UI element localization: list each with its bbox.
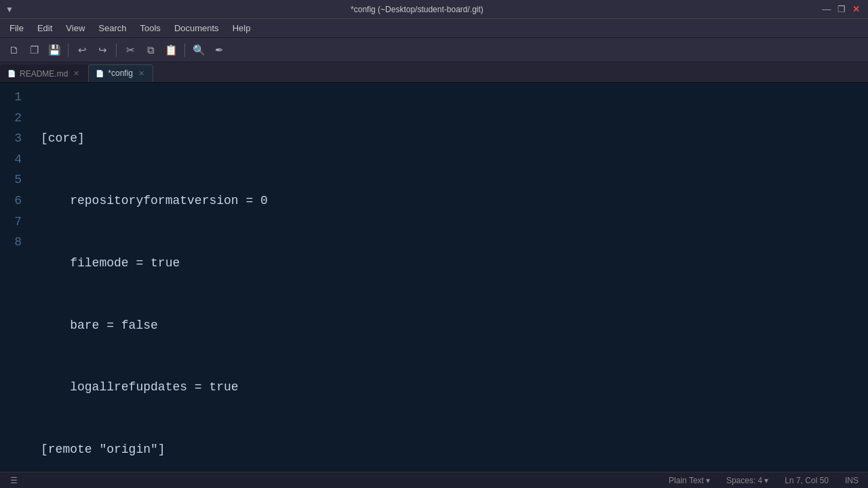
minimize-button[interactable]: — bbox=[821, 3, 833, 16]
menu-item-help[interactable]: Help bbox=[226, 20, 258, 36]
spaces-button[interactable]: Spaces: 4 ▾ bbox=[724, 475, 771, 486]
line-num-3: 3 bbox=[0, 128, 28, 149]
readme-tab-label: README.md bbox=[20, 69, 68, 79]
new-file-button[interactable]: 🗋 bbox=[4, 41, 23, 60]
menu-item-search[interactable]: Search bbox=[92, 20, 133, 36]
title-bar-left: ▼ bbox=[5, 5, 14, 14]
new-window-button[interactable]: ❐ bbox=[24, 41, 43, 60]
paste-button[interactable]: 📋 bbox=[161, 41, 180, 60]
code-line-3: filemode = true bbox=[41, 253, 868, 274]
line-num-7: 7 bbox=[0, 211, 28, 232]
code-line-5: logallrefupdates = true bbox=[41, 377, 868, 398]
menu-item-tools[interactable]: Tools bbox=[134, 20, 167, 36]
plain-text-label: Plain Text bbox=[669, 476, 704, 485]
panel-toggle-icon[interactable]: ☰ bbox=[7, 475, 20, 486]
toolbar: 🗋 ❐ 💾 ↩ ↪ ✂ ⧉ 📋 🔍 ✒ bbox=[0, 38, 868, 62]
readme-tab-close[interactable]: ✕ bbox=[72, 68, 81, 79]
status-bar: ☰ Plain Text ▾ Spaces: 4 ▾ Ln 7, Col 50 … bbox=[0, 472, 868, 488]
save-button[interactable]: 💾 bbox=[45, 41, 64, 60]
code-editor[interactable]: [core] repositoryformatversion = 0 filem… bbox=[34, 83, 868, 472]
code-line-4: bare = false bbox=[41, 315, 868, 336]
config-tab-label: *config bbox=[108, 68, 133, 78]
tab-config[interactable]: 📄 *config ✕ bbox=[88, 64, 153, 82]
undo-button[interactable]: ↩ bbox=[73, 41, 92, 60]
copy-button[interactable]: ⧉ bbox=[141, 41, 160, 60]
code-line-6: [remote "origin"] bbox=[41, 439, 868, 460]
toolbar-separator-2 bbox=[116, 43, 117, 57]
status-left: ☰ bbox=[7, 475, 20, 486]
tab-readme[interactable]: 📄 README.md ✕ bbox=[0, 64, 88, 82]
title-bar-title: *config (~Desktop/student-board/.git) bbox=[351, 5, 484, 14]
title-bar-menu-icon[interactable]: ▼ bbox=[5, 5, 14, 14]
code-line-1: [core] bbox=[41, 128, 868, 149]
editor-area: 1 2 3 4 5 6 7 8 [core] repositoryformatv… bbox=[0, 83, 868, 472]
color-picker-button[interactable]: ✒ bbox=[210, 41, 229, 60]
plain-text-chevron: ▾ bbox=[706, 476, 710, 485]
line-num-4: 4 bbox=[0, 149, 28, 170]
plain-text-button[interactable]: Plain Text ▾ bbox=[666, 475, 713, 486]
status-right: Plain Text ▾ Spaces: 4 ▾ Ln 7, Col 50 IN… bbox=[666, 475, 861, 486]
menu-item-edit[interactable]: Edit bbox=[31, 20, 59, 36]
cut-button[interactable]: ✂ bbox=[121, 41, 140, 60]
config-tab-icon: 📄 bbox=[96, 70, 104, 77]
line-num-6: 6 bbox=[0, 190, 28, 211]
menu-item-view[interactable]: View bbox=[59, 20, 92, 36]
mode-label: INS bbox=[842, 475, 861, 486]
title-bar: ▼ *config (~Desktop/student-board/.git) … bbox=[0, 0, 868, 19]
code-line-2: repositoryformatversion = 0 bbox=[41, 190, 868, 211]
menu-bar: FileEditViewSearchToolsDocumentsHelp bbox=[0, 19, 868, 38]
line-num-8: 8 bbox=[0, 232, 28, 253]
menu-item-file[interactable]: File bbox=[3, 20, 31, 36]
menu-item-documents[interactable]: Documents bbox=[167, 20, 226, 36]
redo-button[interactable]: ↪ bbox=[93, 41, 112, 60]
toolbar-separator-1 bbox=[68, 43, 68, 57]
find-button[interactable]: 🔍 bbox=[189, 41, 208, 60]
restore-button[interactable]: ❐ bbox=[835, 3, 848, 16]
readme-tab-icon: 📄 bbox=[7, 70, 16, 77]
config-tab-close[interactable]: ✕ bbox=[137, 68, 146, 79]
title-bar-controls: — ❐ ✕ bbox=[821, 3, 863, 16]
line-num-1: 1 bbox=[0, 87, 28, 108]
spaces-label: Spaces: 4 bbox=[726, 476, 762, 485]
position-label: Ln 7, Col 50 bbox=[782, 475, 831, 486]
line-numbers: 1 2 3 4 5 6 7 8 bbox=[0, 83, 34, 472]
toolbar-separator-3 bbox=[184, 43, 185, 57]
tabs-bar: 📄 README.md ✕ 📄 *config ✕ bbox=[0, 62, 868, 83]
line-num-5: 5 bbox=[0, 169, 28, 190]
close-button[interactable]: ✕ bbox=[850, 3, 863, 16]
line-num-2: 2 bbox=[0, 108, 28, 129]
spaces-chevron: ▾ bbox=[764, 476, 768, 485]
